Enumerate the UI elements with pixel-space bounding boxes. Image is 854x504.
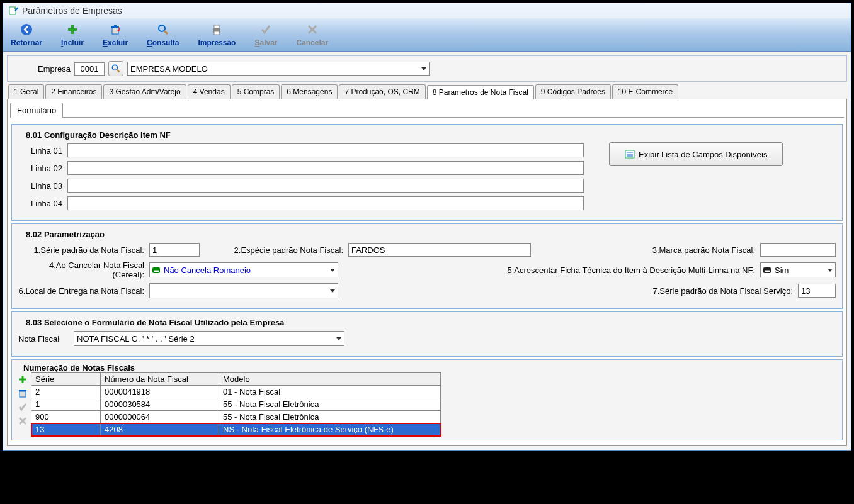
- svg-rect-8: [214, 31, 219, 35]
- tab-producao[interactable]: 7 Produção, OS, CRM: [339, 84, 425, 99]
- excluir-button[interactable]: Excluir: [99, 21, 132, 48]
- tab-gestao[interactable]: 3 Gestão Adm/Varejo: [103, 84, 186, 99]
- linha03-input[interactable]: [67, 179, 584, 193]
- svg-rect-12: [19, 390, 26, 391]
- local-entrega-dropdown[interactable]: [149, 283, 338, 298]
- back-arrow-icon: [19, 22, 34, 37]
- exibir-campos-button[interactable]: Exibir Lista de Campos Disponíveis: [609, 142, 783, 166]
- legend-803: 8.03 Selecione o Formulário de Nota Fisc…: [23, 318, 287, 327]
- legend-802: 8.02 Parametrização: [23, 230, 107, 239]
- impressao-button[interactable]: Impressão: [194, 21, 239, 48]
- grid-confirm-button[interactable]: [17, 401, 28, 413]
- tab-parametros-nf[interactable]: 8 Parametros de Nota Fiscal: [427, 85, 534, 99]
- check-icon: [258, 22, 273, 37]
- main-tabs: 1 Geral 2 Financeiros 3 Gestão Adm/Varej…: [7, 84, 847, 99]
- consulta-button[interactable]: Consulta: [143, 21, 183, 48]
- chevron-down-icon: [828, 269, 833, 272]
- green-pill-icon: ▬: [152, 267, 160, 273]
- empresa-name-dropdown[interactable]: EMPRESA MODELO: [127, 62, 430, 76]
- grid-add-button[interactable]: [17, 374, 28, 385]
- toolbar: Retornar Incluir Excluir Consulta Impres…: [3, 18, 851, 52]
- linha04-input[interactable]: [67, 196, 584, 210]
- window-title: Parâmetros de Empresas: [22, 6, 122, 16]
- tab-codigos[interactable]: 9 Códigos Padrões: [535, 84, 611, 99]
- tab-compras[interactable]: 5 Compras: [232, 84, 280, 99]
- svg-rect-7: [214, 25, 219, 28]
- salvar-button: Salvar: [251, 21, 281, 48]
- col-serie[interactable]: Série: [31, 373, 101, 386]
- grid-delete-button[interactable]: [17, 388, 28, 399]
- empresa-code-input[interactable]: [74, 62, 105, 76]
- table-row[interactable]: 1000003058455 - Nota Fiscal Eletrônica: [31, 398, 441, 411]
- magnifier-icon: [111, 64, 121, 74]
- titlebar: Parâmetros de Empresas: [3, 3, 851, 18]
- plus-icon: [65, 22, 80, 37]
- empresa-row: Empresa EMPRESA MODELO: [7, 55, 847, 82]
- table-row[interactable]: 900000000006455 - Nota Fiscal Eletrônica: [31, 411, 441, 423]
- magnifier-icon: [156, 22, 171, 37]
- chevron-down-icon: [421, 67, 426, 70]
- tab-ecommerce[interactable]: 10 E-Commerce: [612, 84, 678, 99]
- empresa-search-button[interactable]: [108, 61, 123, 76]
- linha01-input[interactable]: [67, 143, 584, 157]
- grid-cancel-button[interactable]: [17, 415, 28, 427]
- list-icon: [625, 149, 635, 159]
- marca-padrao-input[interactable]: [760, 243, 836, 257]
- serie-servico-input[interactable]: [798, 284, 836, 298]
- cancelar-nf-dropdown[interactable]: ▬Não Cancela Romaneio: [149, 262, 338, 277]
- legend-grid: Numeração de Notas Fiscais: [21, 363, 137, 372]
- tab-financeiros[interactable]: 2 Financeiros: [45, 84, 102, 99]
- col-numero[interactable]: Número da Nota Fiscal: [101, 373, 219, 386]
- empresa-label: Empresa: [38, 64, 71, 74]
- svg-point-5: [159, 25, 165, 31]
- svg-point-9: [112, 65, 117, 70]
- printer-icon: [209, 22, 224, 37]
- table-row[interactable]: 134208NS - Nota Fiscal Eletrônica de Ser…: [31, 423, 441, 436]
- linha02-input[interactable]: [67, 161, 584, 175]
- ficha-tecnica-dropdown[interactable]: ▬Sim: [760, 262, 836, 277]
- x-icon: [305, 22, 320, 37]
- col-modelo[interactable]: Modelo: [219, 373, 441, 386]
- svg-point-2: [21, 24, 32, 35]
- chevron-down-icon: [330, 289, 335, 293]
- tab-mensagens[interactable]: 6 Mensagens: [281, 84, 338, 99]
- nota-fiscal-form-dropdown[interactable]: NOTA FISCAL G. ' * ' . . ' Série 2: [74, 331, 344, 346]
- incluir-button[interactable]: Incluir: [57, 21, 88, 48]
- legend-801: 8.01 Configuração Descrição Item NF: [23, 130, 173, 140]
- tab-vendas[interactable]: 4 Vendas: [188, 84, 231, 99]
- especie-padrao-input[interactable]: [348, 243, 531, 257]
- chevron-down-icon: [336, 337, 341, 340]
- table-row[interactable]: 2000004191801 - Nota Fiscal: [31, 386, 441, 398]
- subtab-formulario[interactable]: Formulário: [10, 103, 63, 118]
- tab-geral[interactable]: 1 Geral: [8, 84, 44, 99]
- trash-icon: [108, 22, 123, 37]
- chevron-down-icon: [330, 269, 335, 272]
- cancelar-button: Cancelar: [292, 21, 332, 48]
- serie-padrao-input[interactable]: [149, 243, 200, 257]
- app-icon: [8, 6, 18, 16]
- retornar-button[interactable]: Retornar: [7, 21, 46, 48]
- dark-pill-icon: ▬: [763, 267, 771, 273]
- numeracao-table: Série Número da Nota Fiscal Modelo 20000…: [31, 372, 441, 436]
- svg-rect-11: [20, 391, 26, 397]
